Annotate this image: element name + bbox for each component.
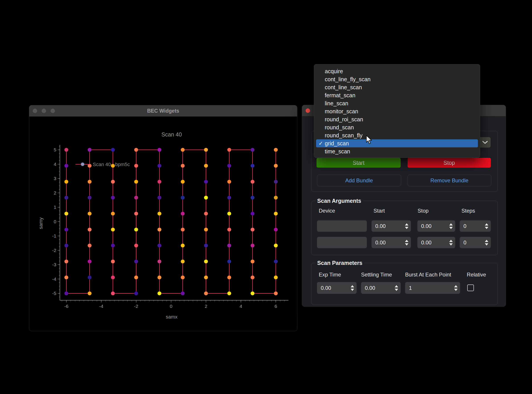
scan-point[interactable] <box>204 228 208 232</box>
scan-point[interactable] <box>134 275 138 279</box>
dropdown-item-cont_line_scan[interactable]: cont_line_scan <box>314 83 480 91</box>
scan-point[interactable] <box>64 291 68 296</box>
scan-point[interactable] <box>157 275 161 279</box>
scan-point[interactable] <box>274 148 278 152</box>
scan-point[interactable] <box>157 180 161 184</box>
dropdown-item-acquire[interactable]: acquire <box>314 67 480 75</box>
spinner-arrows[interactable] <box>485 240 488 245</box>
dropdown-item-fermat_scan[interactable]: fermat_scan <box>314 91 480 99</box>
dropdown-item-round_scan[interactable]: round_scan <box>314 123 480 131</box>
scan-point[interactable] <box>204 180 208 184</box>
scan-point[interactable] <box>88 180 92 184</box>
scan-point[interactable] <box>227 164 231 168</box>
scan-point[interactable] <box>251 291 255 296</box>
scan-point[interactable] <box>181 244 185 248</box>
scan-point[interactable] <box>204 148 208 152</box>
scan-point[interactable] <box>274 164 278 168</box>
scan-point[interactable] <box>111 196 115 200</box>
spinner-arrows[interactable] <box>395 285 398 291</box>
scan-point[interactable] <box>181 212 185 216</box>
scan-point[interactable] <box>204 196 208 200</box>
scan-point[interactable] <box>157 244 161 248</box>
spinner-arrows[interactable] <box>485 223 488 229</box>
legend-label[interactable]: Scan 40 - bpm5c <box>93 162 130 167</box>
scan-point[interactable] <box>251 196 255 200</box>
scan-point[interactable] <box>204 212 208 216</box>
dropdown-item-grid_scan[interactable]: ✓grid_scan <box>316 139 478 147</box>
scan-point[interactable] <box>227 148 231 152</box>
scan-point[interactable] <box>204 259 208 264</box>
scan-point[interactable] <box>227 291 231 296</box>
scan-point[interactable] <box>274 291 278 296</box>
scan-point[interactable] <box>274 275 278 279</box>
scan-point[interactable] <box>88 212 92 216</box>
scan-point[interactable] <box>251 212 255 216</box>
scan-point[interactable] <box>274 244 278 248</box>
scan-point[interactable] <box>111 212 115 216</box>
scan-point[interactable] <box>64 259 68 264</box>
scan-point[interactable] <box>181 164 185 168</box>
scan-point[interactable] <box>64 148 68 152</box>
dropdown-item-time_scan[interactable]: time_scan <box>314 147 480 155</box>
scan-point[interactable] <box>134 180 138 184</box>
scan-point[interactable] <box>88 259 92 264</box>
start-spinbox-row2[interactable]: 0.00 <box>372 237 411 248</box>
stop-button[interactable]: Stop <box>408 158 491 168</box>
scan-point[interactable] <box>88 244 92 248</box>
scan-point[interactable] <box>181 259 185 264</box>
device-input-row1[interactable] <box>317 220 367 232</box>
scan-point[interactable] <box>181 180 185 184</box>
scan-point[interactable] <box>227 212 231 216</box>
scan-point[interactable] <box>204 164 208 168</box>
scan-point[interactable] <box>251 180 255 184</box>
scan-point[interactable] <box>64 164 68 168</box>
zoom-button-icon[interactable] <box>51 109 55 113</box>
scan-point[interactable] <box>251 164 255 168</box>
left-window-titlebar[interactable]: BEC Widgets <box>29 105 297 117</box>
scan-point[interactable] <box>64 196 68 200</box>
scan-point[interactable] <box>227 196 231 200</box>
scan-point[interactable] <box>251 275 255 279</box>
scan-point[interactable] <box>227 275 231 279</box>
scan-point[interactable] <box>227 259 231 264</box>
scan-point[interactable] <box>274 228 278 232</box>
scan-point[interactable] <box>111 259 115 264</box>
spinner-arrows[interactable] <box>351 285 354 291</box>
scan-point[interactable] <box>204 275 208 279</box>
scan-point[interactable] <box>181 291 185 296</box>
scan-point[interactable] <box>64 180 68 184</box>
scan-point[interactable] <box>111 291 115 296</box>
scan-point[interactable] <box>134 259 138 264</box>
scan-point[interactable] <box>64 244 68 248</box>
scan-point[interactable] <box>88 291 92 296</box>
scan-plot[interactable]: -6-4-20246543210-1-2-3-4-5Scan 40samxsam… <box>29 116 297 331</box>
stop-spinbox-row1[interactable]: 0.00 <box>417 220 455 232</box>
scan-point[interactable] <box>157 212 161 216</box>
scan-point[interactable] <box>274 180 278 184</box>
scan-point[interactable] <box>88 196 92 200</box>
spinner-arrows[interactable] <box>454 285 458 291</box>
scan-point[interactable] <box>111 244 115 248</box>
dropdown-item-monitor_scan[interactable]: monitor_scan <box>314 107 480 115</box>
scan-point[interactable] <box>181 275 185 279</box>
start-spinbox-row1[interactable]: 0.00 <box>372 220 411 232</box>
scan-point[interactable] <box>274 212 278 216</box>
stop-spinbox-row2[interactable]: 0.00 <box>417 237 455 248</box>
steps-spinbox-row1[interactable]: 0 <box>460 220 491 232</box>
scan-point[interactable] <box>134 212 138 216</box>
device-input-row2[interactable] <box>317 237 367 248</box>
scan-point[interactable] <box>251 148 255 152</box>
scan-point[interactable] <box>134 164 138 168</box>
scan-point[interactable] <box>227 244 231 248</box>
scan-point[interactable] <box>157 196 161 200</box>
dropdown-item-round_scan_fly[interactable]: round_scan_fly <box>314 131 480 139</box>
scan-point[interactable] <box>88 275 92 279</box>
spinner-arrows[interactable] <box>449 240 453 245</box>
burst-spinbox[interactable]: 1 <box>405 282 460 294</box>
scan-point[interactable] <box>181 196 185 200</box>
scan-point[interactable] <box>111 275 115 279</box>
scan-point[interactable] <box>134 244 138 248</box>
scan-point[interactable] <box>181 148 185 152</box>
scan-point[interactable] <box>134 148 138 152</box>
scan-point[interactable] <box>134 228 138 232</box>
